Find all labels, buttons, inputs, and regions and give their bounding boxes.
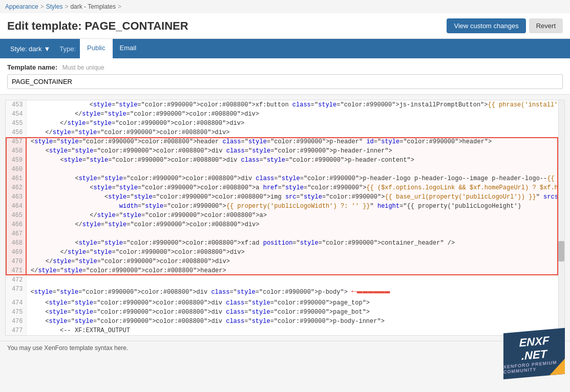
- line-code: <style="style="color:#990000">color:#008…: [26, 238, 565, 248]
- line-number: 477: [6, 326, 26, 335]
- table-row: 477 <-- XF:EXTRA_OUTPUT: [6, 326, 565, 335]
- table-row: 454 </style="style="color:#990000">color…: [6, 110, 565, 119]
- view-custom-changes-button[interactable]: View custom changes: [447, 18, 525, 33]
- line-code: <style="style="color:#990000">color:#008…: [26, 146, 565, 156]
- table-row: 465 </style="style="color:#990000">color…: [6, 211, 565, 220]
- revert-button[interactable]: Revert: [529, 18, 563, 33]
- table-row: 468 <style="style="color:#990000">color:…: [6, 238, 565, 248]
- table-row: 476 <style="style="color:#990000">color:…: [6, 317, 565, 326]
- table-row: 466 </style="style="color:#990000">color…: [6, 220, 565, 229]
- table-row: 453 <style="style="color:#990000">color:…: [6, 100, 565, 110]
- line-number: 460: [6, 165, 26, 174]
- line-number: 461: [6, 174, 26, 183]
- line-code: <style="style="color:#990000">color:#008…: [26, 192, 565, 202]
- watermark-inner: ENXF .NET XENFORO PREMIUM COMMUNITY: [503, 328, 565, 355]
- line-code: <-- XF:EXTRA_OUTPUT: [26, 326, 565, 335]
- line-code: </style="style="color:#990000">color:#00…: [26, 110, 565, 119]
- line-number: 473: [6, 285, 26, 298]
- line-number: 476: [6, 317, 26, 326]
- tab-email[interactable]: Email: [113, 39, 144, 58]
- table-row: 470 </style="style="color:#990000">color…: [6, 257, 565, 266]
- line-code: <style="style="color:#990000">color:#008…: [26, 174, 565, 183]
- table-row: 461 <style="style="color:#990000">color:…: [6, 174, 565, 183]
- template-name-input[interactable]: [7, 74, 563, 89]
- page-title: Edit template: PAGE_CONTAINER: [7, 19, 188, 33]
- line-number: 471: [6, 266, 26, 275]
- line-code: width="style="color:#990000">{{ property…: [26, 202, 565, 211]
- line-number: 465: [6, 211, 26, 220]
- bottom-bar-text: You may use XenForo template syntax here…: [7, 344, 128, 352]
- table-row: 455 </style="style="color:#990000">color…: [6, 119, 565, 128]
- tabs-bar: Style: dark ▼ Type: Public Email: [0, 39, 570, 58]
- header-row: Edit template: PAGE_CONTAINER View custo…: [0, 13, 570, 39]
- line-code: </style="style="color:#990000">color:#00…: [26, 266, 565, 275]
- table-row: 473<style="style="color:#990000">color:#…: [6, 285, 565, 298]
- header-buttons: View custom changes Revert: [447, 18, 563, 33]
- table-row: 469 </style="style="color:#990000">color…: [6, 248, 565, 257]
- line-number: 463: [6, 192, 26, 202]
- line-number: 474: [6, 298, 26, 308]
- table-row: 464 width="style="color:#990000">{{ prop…: [6, 202, 565, 211]
- line-number: 464: [6, 202, 26, 211]
- line-code: <style="style="color:#990000">color:#008…: [26, 137, 565, 146]
- table-row: 457<style="style="color:#990000">color:#…: [6, 137, 565, 146]
- line-number: 457: [6, 137, 26, 146]
- bottom-bar: You may use XenForo template syntax here…: [0, 341, 570, 355]
- line-code: </style="style="color:#990000">color:#00…: [26, 220, 565, 229]
- line-code: <style="style="color:#990000">color:#008…: [26, 285, 565, 298]
- line-number: 454: [6, 110, 26, 119]
- line-number: 467: [6, 229, 26, 238]
- line-number: 458: [6, 146, 26, 156]
- table-row: 456 </style="style="color:#990000">color…: [6, 128, 565, 137]
- table-row: 471</style="style="color:#990000">color:…: [6, 266, 565, 275]
- table-row: 472: [6, 275, 565, 285]
- line-code: <style="style="color:#990000">color:#008…: [26, 100, 565, 110]
- line-number: 475: [6, 308, 26, 317]
- line-code: </style="style="color:#990000">color:#00…: [26, 211, 565, 220]
- tab-public[interactable]: Public: [80, 39, 112, 58]
- table-row: 459 <style="style="color:#990000">color:…: [6, 156, 565, 165]
- line-code: [26, 165, 565, 174]
- main-content: 453 <style="style="color:#990000">color:…: [0, 100, 570, 341]
- line-number: 459: [6, 156, 26, 165]
- breadcrumb: Appearance > Styles > dark - Templates >: [0, 0, 570, 13]
- line-code: </style="style="color:#990000">color:#00…: [26, 128, 565, 137]
- template-name-section: Template name: Must be unique: [0, 58, 570, 95]
- code-table: 453 <style="style="color:#990000">color:…: [6, 100, 565, 335]
- type-label: Type:: [55, 40, 80, 58]
- template-name-hint: Must be unique: [62, 64, 104, 71]
- watermark: ENXF .NET XENFORO PREMIUM COMMUNITY: [503, 331, 565, 355]
- line-code: <style="style="color:#990000">color:#008…: [26, 308, 565, 317]
- line-code: <style="style="color:#990000">color:#008…: [26, 317, 565, 326]
- line-code: <style="style="color:#990000">color:#008…: [26, 156, 565, 165]
- line-number: 472: [6, 275, 26, 285]
- line-code: </style="style="color:#990000">color:#00…: [26, 119, 565, 128]
- table-row: 458 <style="style="color:#990000">color:…: [6, 146, 565, 156]
- breadcrumb-styles[interactable]: Styles: [46, 3, 63, 10]
- line-code: <style="style="color:#990000">color:#008…: [26, 183, 565, 192]
- line-code: [26, 229, 565, 238]
- line-number: 470: [6, 257, 26, 266]
- table-row: 467: [6, 229, 565, 238]
- line-number: 468: [6, 238, 26, 248]
- table-row: 475 <style="style="color:#990000">color:…: [6, 308, 565, 317]
- line-number: 462: [6, 183, 26, 192]
- breadcrumb-appearance[interactable]: Appearance: [5, 3, 38, 10]
- breadcrumb-current: dark - Templates: [70, 3, 115, 10]
- line-number: 469: [6, 248, 26, 257]
- scrollbar-thumb[interactable]: [558, 241, 564, 262]
- code-editor[interactable]: 453 <style="style="color:#990000">color:…: [5, 100, 565, 336]
- style-dropdown[interactable]: Style: dark ▼: [5, 40, 55, 58]
- line-number: 456: [6, 128, 26, 137]
- line-code: <style="style="color:#990000">color:#008…: [26, 298, 565, 308]
- line-number: 453: [6, 100, 26, 110]
- line-number: 466: [6, 220, 26, 229]
- line-code: [26, 275, 565, 285]
- line-code: </style="style="color:#990000">color:#00…: [26, 248, 565, 257]
- table-row: 474 <style="style="color:#990000">color:…: [6, 298, 565, 308]
- scrollbar[interactable]: [558, 100, 564, 335]
- table-row: 463 <style="style="color:#990000">color:…: [6, 192, 565, 202]
- line-number: 455: [6, 119, 26, 128]
- table-row: 462 <style="style="color:#990000">color:…: [6, 183, 565, 192]
- table-row: 460: [6, 165, 565, 174]
